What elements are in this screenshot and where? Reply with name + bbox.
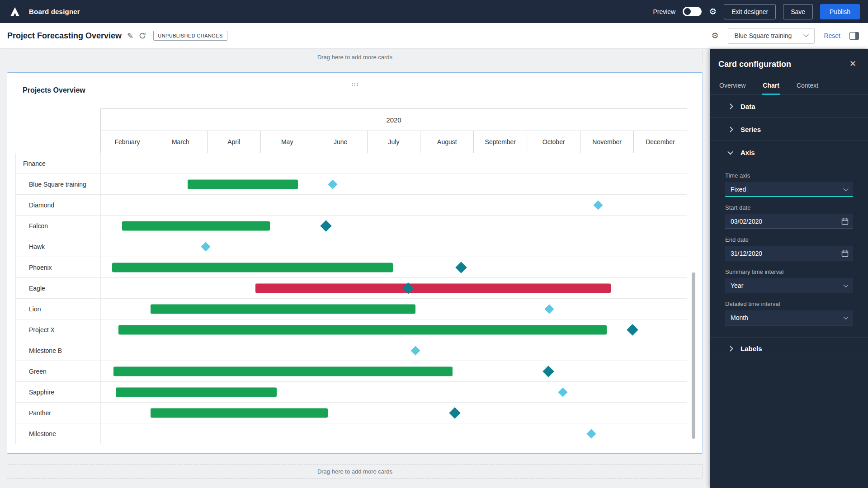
app-title: Board designer xyxy=(29,8,80,15)
exit-designer-button[interactable]: Exit designer xyxy=(724,4,776,19)
text-cursor xyxy=(747,186,747,193)
section-data[interactable]: Data xyxy=(710,95,868,118)
gantt-row-timeline xyxy=(101,236,687,257)
chevron-down-icon xyxy=(804,32,809,37)
card-title: Projects Overview xyxy=(23,86,85,94)
card-configuration-panel: Card configuration ✕ Overview Chart Cont… xyxy=(710,49,868,488)
gantt-row-label: Green xyxy=(16,361,101,381)
card-drag-handle-icon[interactable] xyxy=(351,80,359,88)
section-series[interactable]: Series xyxy=(710,118,868,141)
chevron-down-icon xyxy=(843,186,848,191)
gantt-row: Blue Square training xyxy=(16,174,687,195)
month-label: December xyxy=(633,131,687,153)
gantt-row-timeline xyxy=(101,216,687,236)
edit-pencil-icon[interactable]: ✎ xyxy=(127,32,133,40)
panel-tabs: Overview Chart Context xyxy=(710,78,868,95)
month-label: June xyxy=(314,131,367,153)
gantt-row-label: Falcon xyxy=(16,216,101,236)
month-label: August xyxy=(420,131,473,153)
gantt-row-timeline xyxy=(101,361,687,381)
page-title: Project Forecasting Overview xyxy=(7,31,122,41)
detailed-interval-label: Detailed time interval xyxy=(725,300,853,307)
save-button[interactable]: Save xyxy=(783,4,813,19)
gantt-row-label: Project X xyxy=(16,319,101,340)
toggle-panel-icon[interactable] xyxy=(849,32,859,40)
panel-title: Card configuration xyxy=(718,60,791,69)
summary-interval-select[interactable]: Year xyxy=(725,278,853,293)
detailed-interval-value: Month xyxy=(731,314,748,321)
gantt-row: Panther xyxy=(16,403,687,423)
anaplan-logo-icon[interactable] xyxy=(8,5,22,19)
gantt-bar xyxy=(112,263,393,272)
time-axis-select[interactable]: Fixed xyxy=(725,182,853,197)
dropzone-top[interactable]: Drag here to add more cards xyxy=(7,50,703,64)
publish-button[interactable]: Publish xyxy=(820,4,860,19)
context-gear-icon[interactable]: ⚙ xyxy=(711,32,718,40)
settings-gear-icon[interactable]: ⚙ xyxy=(709,7,717,16)
dropzone-bottom[interactable]: Drag here to add more cards xyxy=(7,464,703,479)
gantt-milestone xyxy=(201,242,211,251)
start-date-label: Start date xyxy=(725,204,853,211)
gantt-row-timeline xyxy=(101,195,687,215)
gantt-row: Hawk xyxy=(16,236,687,257)
sync-refresh-icon[interactable] xyxy=(139,32,146,39)
detailed-interval-select[interactable]: Month xyxy=(725,310,853,325)
gantt-bar xyxy=(151,304,415,314)
reset-link[interactable]: Reset xyxy=(824,32,840,39)
tab-context[interactable]: Context xyxy=(796,78,819,94)
gantt-row: Milestone xyxy=(16,423,687,444)
gantt-milestone xyxy=(328,179,337,189)
unpublished-changes-badge: UNPUBLISHED CHANGES xyxy=(153,31,227,41)
gantt-row-label: Lion xyxy=(16,299,101,319)
gantt-row: Milestone B xyxy=(16,340,687,361)
start-date-input[interactable]: 03/02/2020 xyxy=(725,214,853,229)
gantt-row: Eagle xyxy=(16,278,687,299)
gantt-row-timeline xyxy=(101,423,687,444)
gantt-chart: 2020 FebruaryMarchAprilMayJuneJulyAugust… xyxy=(15,108,687,444)
month-label: April xyxy=(207,131,260,153)
gantt-row: Diamond xyxy=(16,195,687,216)
section-axis[interactable]: Axis xyxy=(710,141,868,164)
projects-overview-card[interactable]: Projects Overview 2020 FebruaryMarchApri… xyxy=(7,72,703,454)
month-label: May xyxy=(260,131,314,153)
calendar-icon[interactable] xyxy=(841,218,849,225)
month-label: November xyxy=(580,131,633,153)
chevron-down-icon xyxy=(843,282,848,287)
preview-toggle[interactable] xyxy=(683,7,702,16)
gantt-row-label: Phoenix xyxy=(16,257,101,277)
section-labels[interactable]: Labels xyxy=(710,337,868,360)
gantt-row-timeline xyxy=(101,403,687,423)
end-date-input[interactable]: 31/12/2020 xyxy=(725,246,853,261)
gantt-milestone xyxy=(320,220,331,231)
month-label: February xyxy=(101,131,154,153)
gantt-row-timeline xyxy=(101,319,687,340)
context-selector-dropdown[interactable]: Blue Square training xyxy=(728,28,815,44)
section-data-label: Data xyxy=(741,103,755,110)
calendar-icon[interactable] xyxy=(841,250,849,257)
close-icon[interactable]: ✕ xyxy=(849,60,856,68)
chevron-down-icon xyxy=(843,314,848,319)
main-canvas: Drag here to add more cards Projects Ove… xyxy=(0,49,710,488)
tab-overview[interactable]: Overview xyxy=(718,78,746,94)
section-labels-label: Labels xyxy=(741,345,762,352)
preview-label: Preview xyxy=(653,8,675,15)
gantt-row-timeline xyxy=(101,299,687,319)
summary-interval-label: Summary time interval xyxy=(725,268,853,275)
gantt-month-row: FebruaryMarchAprilMayJuneJulyAugustSepte… xyxy=(100,131,687,153)
card-scrollbar-thumb[interactable] xyxy=(692,272,695,439)
gantt-row: Phoenix xyxy=(16,257,687,278)
time-axis-value: Fixed xyxy=(731,186,746,193)
month-label: July xyxy=(367,131,420,153)
time-axis-label: Time axis xyxy=(725,172,853,179)
gantt-row-label: Diamond xyxy=(16,195,101,215)
tab-chart[interactable]: Chart xyxy=(762,78,780,94)
gantt-row: Green xyxy=(16,361,687,382)
gantt-milestone xyxy=(449,407,460,418)
context-selector-value: Blue Square training xyxy=(735,32,792,39)
gantt-row: Falcon xyxy=(16,216,687,236)
month-label: October xyxy=(527,131,580,153)
gantt-row-timeline xyxy=(101,382,687,402)
gantt-row-label: Eagle xyxy=(16,278,101,298)
gantt-row-label: Sapphire xyxy=(16,382,101,402)
end-date-value: 31/12/2020 xyxy=(731,250,762,257)
